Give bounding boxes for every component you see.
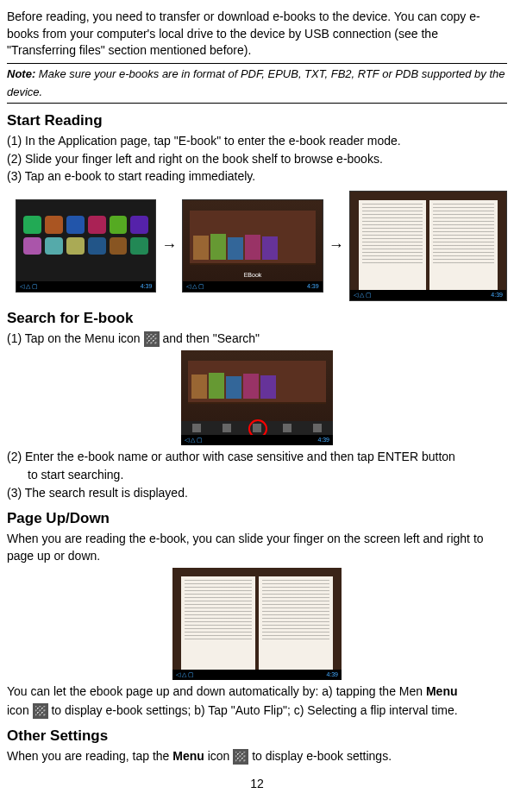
- paragraph: You can let the ebook page up and down a…: [7, 683, 507, 701]
- heading-page-updown: Page Up/Down: [7, 508, 507, 529]
- arrow-icon: →: [161, 235, 177, 256]
- step: (2) Enter the e-book name or author with…: [7, 449, 507, 466]
- note-label: Note:: [7, 67, 35, 80]
- arrow-icon: →: [329, 235, 344, 256]
- screenshot-apps: ◁ △ ▢4:39: [16, 199, 156, 293]
- note-paragraph: Note: Make sure your e-books are in form…: [7, 66, 507, 102]
- paragraph: When you are reading, tap the Menu icon …: [7, 748, 507, 765]
- screenshot-pageup: ◁ △ ▢4:39: [172, 568, 342, 680]
- paragraph: icon to display e-book settings; b) Tap …: [7, 702, 507, 720]
- page-number: 12: [7, 776, 507, 793]
- step: (1) Tap on the Menu icon and then "Searc…: [7, 330, 507, 348]
- divider: [7, 103, 507, 104]
- intro-paragraph: Before reading, you need to transfer or …: [7, 9, 507, 60]
- step-continuation: to start searching.: [28, 467, 507, 484]
- screenshot-container: ◁ △ ▢4:39: [7, 350, 507, 445]
- heading-other-settings: Other Settings: [7, 726, 507, 746]
- divider: [7, 63, 507, 64]
- note-text: Make sure your e-books are in format of …: [7, 67, 505, 98]
- step: (2) Slide your finger left and right on …: [7, 151, 507, 168]
- screenshot-container: ◁ △ ▢4:39: [7, 568, 507, 680]
- menu-icon: [33, 703, 48, 719]
- heading-search: Search for E-book: [7, 308, 507, 329]
- screenshot-search: ◁ △ ▢4:39: [181, 350, 333, 445]
- menu-icon: [144, 331, 160, 347]
- step: (3) Tap an e-book to start reading immed…: [7, 168, 507, 186]
- step: (1) In the Application page, tap "E-book…: [7, 133, 507, 150]
- menu-icon: [233, 749, 248, 765]
- screenshot-reader: ◁ △ ▢4:39: [349, 191, 507, 301]
- screenshot-row: ◁ △ ▢4:39 → EBook ◁ △ ▢4:39 → ◁ △ ▢4:39: [7, 191, 507, 301]
- paragraph: When you are reading the e-book, you can…: [7, 531, 507, 564]
- screenshot-bookshelf: EBook ◁ △ ▢4:39: [182, 199, 323, 293]
- step: (3) The search result is displayed.: [7, 485, 507, 502]
- heading-start-reading: Start Reading: [7, 110, 507, 131]
